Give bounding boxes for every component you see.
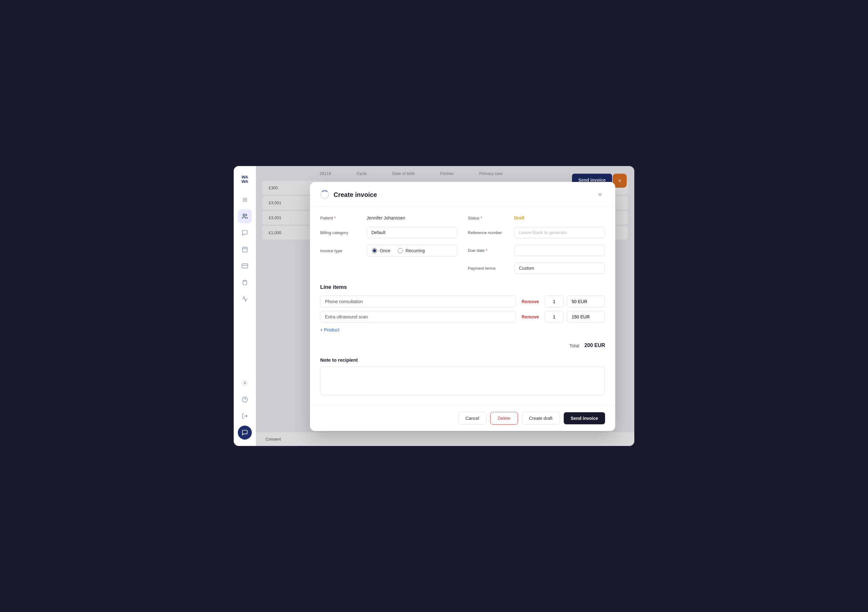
invoice-type-once-label: Once: [380, 248, 390, 253]
sidebar: WA WA ⊞: [234, 166, 256, 446]
svg-point-0: [243, 214, 245, 216]
line-item-price-1[interactable]: [567, 295, 605, 308]
delete-button[interactable]: Delete: [490, 412, 518, 425]
due-date-row: Due date: [468, 245, 605, 256]
form-right: Status Draft Reference number Due date: [468, 215, 605, 274]
invoice-type-row: Invoice type Once Recurring: [320, 245, 457, 257]
invoice-type-recurring-radio[interactable]: [398, 248, 403, 253]
help-icon[interactable]: [238, 393, 252, 407]
reference-number-label: Reference number: [468, 230, 509, 235]
line-items-section: Line items Remove Remove: [320, 284, 605, 348]
line-items-title: Line items: [320, 284, 605, 290]
create-invoice-modal: Create invoice × Patient Jennifer Johans…: [310, 182, 615, 431]
send-invoice-button[interactable]: Send invoice: [564, 412, 605, 424]
sidebar-item-calendar[interactable]: [238, 242, 252, 256]
reference-number-row: Reference number: [468, 227, 605, 238]
status-value: Draft: [514, 215, 525, 221]
sidebar-item-clipboard[interactable]: [238, 275, 252, 289]
remove-button-1[interactable]: Remove: [519, 299, 541, 304]
app-window: WA WA ⊞: [234, 166, 634, 446]
due-date-input[interactable]: [514, 245, 605, 256]
payment-terms-label: Payment terms: [468, 266, 509, 271]
invoice-type-once-radio[interactable]: [372, 248, 377, 253]
total-label: Total: [569, 343, 579, 348]
invoice-type-container: Once Recurring: [367, 245, 457, 257]
invoice-type-label: Invoice type: [320, 249, 361, 253]
main-content: 28118 Cycle Date of birth Partner Primar…: [256, 166, 634, 446]
billing-category-input[interactable]: [367, 227, 457, 238]
payment-terms-row: Payment terms: [468, 263, 605, 274]
note-section: Note to recipient: [320, 357, 605, 396]
modal-title: Create invoice: [333, 191, 377, 199]
line-item-row-1: Remove: [320, 295, 605, 308]
payment-terms-input[interactable]: [514, 263, 605, 274]
logout-icon[interactable]: [238, 409, 252, 423]
svg-point-8: [244, 382, 246, 384]
line-item-qty-1[interactable]: [545, 295, 564, 308]
line-item-name-2[interactable]: [320, 311, 516, 323]
chat-button[interactable]: [238, 426, 252, 440]
modal-footer: Cancel Delete Create draft Send invoice: [310, 405, 615, 431]
reference-number-input[interactable]: [514, 227, 605, 238]
patient-value: Jennifer Johanssen: [367, 215, 405, 221]
invoice-type-once[interactable]: Once: [372, 248, 390, 253]
line-item-qty-2[interactable]: [545, 311, 564, 323]
patient-label: Patient: [320, 216, 361, 221]
modal-body: Patient Jennifer Johanssen Billing categ…: [310, 207, 615, 405]
billing-category-label: Billing category: [320, 230, 361, 235]
sidebar-item-chat[interactable]: [238, 226, 252, 240]
line-item-row-2: Remove: [320, 311, 605, 323]
form-top: Patient Jennifer Johanssen Billing categ…: [320, 215, 605, 274]
loading-spinner: [320, 190, 329, 199]
app-logo: WA WA: [238, 172, 252, 186]
note-textarea[interactable]: [320, 367, 605, 395]
sidebar-item-card[interactable]: [238, 259, 252, 273]
sidebar-bottom: [238, 376, 252, 440]
settings-icon[interactable]: [238, 376, 252, 390]
svg-rect-5: [242, 264, 248, 268]
modal-header: Create invoice ×: [310, 182, 615, 207]
note-title: Note to recipient: [320, 357, 605, 363]
create-draft-button[interactable]: Create draft: [522, 412, 560, 425]
remove-button-2[interactable]: Remove: [519, 314, 541, 319]
patient-row: Patient Jennifer Johanssen: [320, 215, 457, 221]
modal-overlay: Create invoice × Patient Jennifer Johans…: [256, 166, 634, 446]
invoice-type-recurring-label: Recurring: [405, 248, 425, 253]
cancel-button[interactable]: Cancel: [458, 412, 487, 425]
line-item-price-2[interactable]: [567, 311, 605, 323]
due-date-label: Due date: [468, 248, 509, 253]
status-row: Status Draft: [468, 215, 605, 221]
total-row: Total 200 EUR: [320, 339, 605, 348]
add-product-button[interactable]: + Product: [320, 326, 339, 334]
sidebar-item-users[interactable]: [238, 209, 252, 223]
sidebar-item-grid[interactable]: ⊞: [238, 193, 252, 207]
total-amount: 200 EUR: [584, 343, 605, 348]
svg-rect-7: [244, 280, 246, 281]
modal-close-button[interactable]: ×: [595, 190, 605, 200]
form-left: Patient Jennifer Johanssen Billing categ…: [320, 215, 457, 274]
invoice-type-recurring[interactable]: Recurring: [398, 248, 425, 253]
sidebar-item-chart[interactable]: [238, 292, 252, 306]
svg-rect-1: [243, 247, 247, 252]
status-label: Status: [468, 216, 509, 221]
billing-category-row: Billing category: [320, 227, 457, 238]
line-item-name-1[interactable]: [320, 295, 516, 308]
